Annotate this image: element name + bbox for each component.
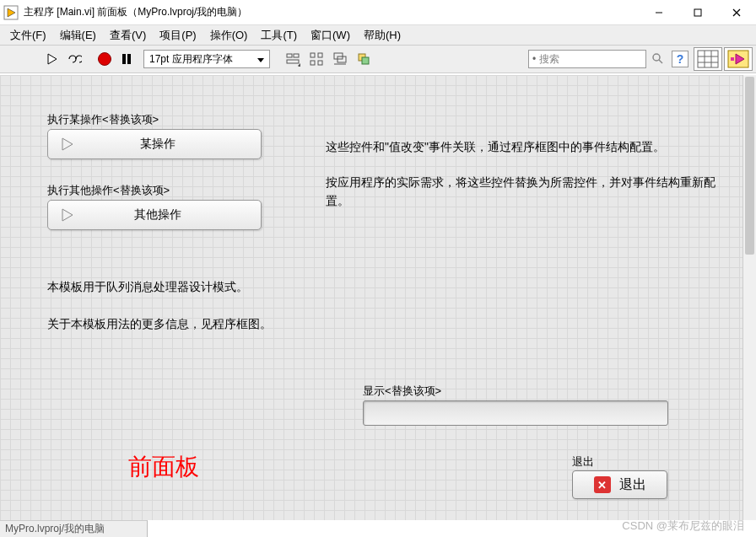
- minimize-button[interactable]: [640, 0, 678, 25]
- menu-bar: 文件(F) 编辑(E) 查看(V) 项目(P) 操作(O) 工具(T) 窗口(W…: [0, 25, 756, 46]
- vertical-scrollbar[interactable]: [742, 75, 756, 520]
- menu-tools[interactable]: 工具(T): [254, 26, 304, 45]
- svg-marker-31: [62, 209, 73, 221]
- play-icon: [60, 137, 75, 152]
- svg-rect-22: [698, 51, 718, 67]
- scrollbar-thumb[interactable]: [745, 77, 754, 255]
- exit-button[interactable]: ✕ 退出: [572, 470, 667, 499]
- search-icon[interactable]: [650, 51, 667, 67]
- display-label: 显示<替换该项>: [363, 384, 441, 399]
- vi-connector-icon[interactable]: [724, 47, 753, 71]
- action1-button[interactable]: 某操作: [47, 129, 262, 159]
- svg-rect-13: [310, 61, 315, 65]
- window-title: 主程序 [Main.vi] 前面板（MyPro.lvproj/我的电脑）: [24, 5, 640, 19]
- annotation-text: 前面板: [128, 451, 199, 483]
- close-button[interactable]: [717, 0, 756, 25]
- action2-button[interactable]: 其他操作: [47, 200, 262, 230]
- maximize-button[interactable]: [678, 0, 717, 25]
- menu-view[interactable]: 查看(V): [103, 26, 153, 45]
- menu-operate[interactable]: 操作(O): [203, 26, 255, 45]
- label-action1: 执行某操作<替换该项>: [47, 112, 159, 127]
- action1-button-label: 某操作: [75, 137, 261, 152]
- run-button[interactable]: [42, 49, 62, 69]
- svg-rect-19: [362, 57, 369, 64]
- svg-point-20: [653, 54, 660, 61]
- font-label: 17pt 应用程序字体: [149, 52, 233, 67]
- front-panel-canvas[interactable]: 执行某操作<替换该项> 某操作 执行其他操作<替换该项> 其他操作 这些控件和"…: [0, 75, 756, 520]
- resize-objects-button[interactable]: [331, 50, 349, 68]
- menu-edit[interactable]: 编辑(E): [53, 26, 103, 45]
- svg-rect-7: [287, 54, 292, 57]
- run-continuously-button[interactable]: [64, 49, 84, 69]
- info-text-2: 按应用程序的实际需求，将这些控件替换为所需控件，并对事件结构重新配置。: [326, 173, 719, 211]
- info-text-3: 本模板用于队列消息处理器设计模式。: [47, 277, 317, 296]
- align-objects-button[interactable]: [284, 50, 302, 68]
- reorder-button[interactable]: [354, 50, 373, 68]
- info-text-1: 这些控件和"值改变"事件关联，通过程序框图中的事件结构配置。: [326, 137, 719, 156]
- svg-rect-12: [318, 53, 322, 57]
- svg-rect-29: [731, 57, 734, 61]
- exit-button-label: 退出: [619, 476, 646, 494]
- exit-label: 退出: [572, 454, 594, 470]
- context-help-button[interactable]: ?: [672, 51, 688, 67]
- svg-line-21: [659, 60, 662, 63]
- svg-rect-11: [310, 53, 315, 57]
- vi-icon-editor[interactable]: [694, 47, 722, 71]
- svg-rect-3: [694, 9, 701, 16]
- pause-button[interactable]: [116, 49, 137, 69]
- abort-button[interactable]: [94, 49, 115, 69]
- distribute-objects-button[interactable]: [307, 50, 326, 68]
- title-bar: 主程序 [Main.vi] 前面板（MyPro.lvproj/我的电脑）: [0, 0, 756, 25]
- app-icon: [3, 5, 19, 20]
- svg-marker-30: [62, 138, 73, 150]
- close-icon: ✕: [594, 476, 611, 493]
- search-placeholder: 搜索: [539, 52, 559, 67]
- menu-window[interactable]: 窗口(W): [304, 26, 357, 45]
- svg-marker-6: [48, 54, 57, 64]
- play-icon: [60, 207, 75, 223]
- svg-rect-8: [294, 54, 299, 57]
- svg-rect-14: [318, 61, 322, 65]
- svg-rect-9: [287, 60, 299, 63]
- search-input[interactable]: •搜索: [528, 50, 646, 68]
- window-controls: [640, 0, 756, 25]
- menu-file[interactable]: 文件(F): [3, 26, 53, 45]
- font-selector[interactable]: 17pt 应用程序字体: [143, 50, 270, 68]
- menu-help[interactable]: 帮助(H): [357, 26, 408, 45]
- action2-button-label: 其他操作: [75, 207, 261, 223]
- toolbar: 17pt 应用程序字体 •搜索 ?: [0, 46, 756, 73]
- svg-marker-10: [298, 63, 300, 67]
- display-indicator: [363, 400, 668, 426]
- info-text-4: 关于本模板用法的更多信息，见程序框图。: [47, 314, 317, 333]
- watermark-text: CSDN @莱布尼兹的眼泪: [622, 518, 744, 534]
- label-action2: 执行其他操作<替换该项>: [47, 183, 170, 198]
- project-tab[interactable]: MyPro.lvproj/我的电脑: [0, 520, 148, 537]
- menu-project[interactable]: 项目(P): [153, 26, 202, 45]
